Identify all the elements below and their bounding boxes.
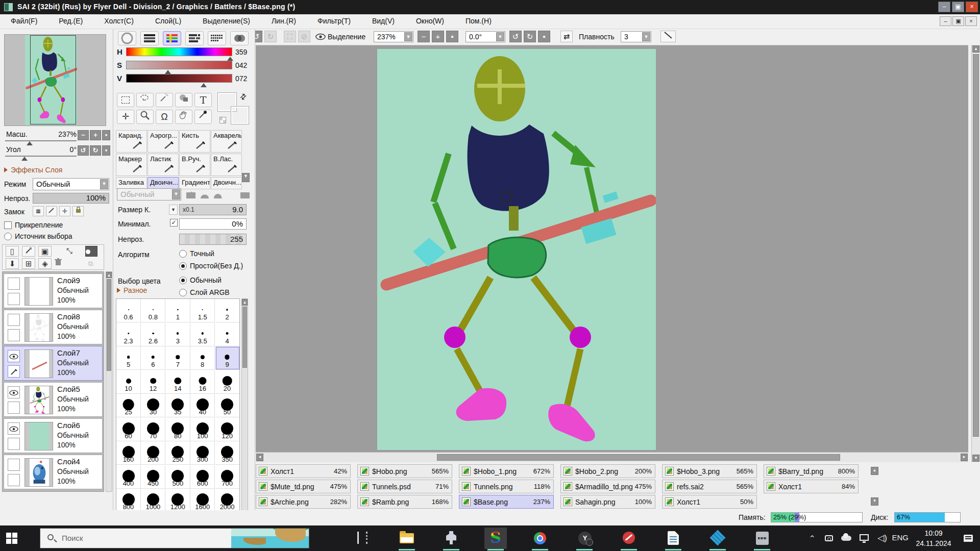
taskbar-search[interactable]: Поиск (40, 528, 309, 548)
canvas-vscrollbar[interactable]: ▴ ▾ (971, 45, 980, 462)
algorithm-precise-radio[interactable] (179, 250, 187, 258)
brush-3[interactable]: Кисть (179, 130, 210, 153)
brush-size-1600[interactable]: 1600 (190, 489, 215, 512)
rotate-view-tool[interactable]: Ω (156, 110, 173, 124)
brush-size-80[interactable]: 80 (166, 418, 190, 441)
nav-zoom-in-button[interactable]: + (90, 130, 101, 140)
selection-source-radio[interactable] (4, 233, 12, 240)
color-mixer-icon[interactable] (230, 31, 249, 45)
brush-size-400[interactable]: 400 (116, 465, 141, 489)
brush-size-50[interactable]: 50 (215, 394, 240, 417)
layer-effects-header[interactable]: Эффекты Слоя (4, 166, 62, 174)
layer-mode-dropdown-icon[interactable]: ▼ (100, 179, 108, 189)
new-sketch-layer-button[interactable] (22, 246, 35, 257)
brush-size-0.8[interactable]: 0.8 (141, 299, 165, 322)
angle-combo[interactable]: 0.0°▼ (465, 31, 505, 42)
doc-minimize-button[interactable]: – (940, 16, 951, 26)
new-layer-button[interactable]: ▯ (6, 246, 19, 257)
layer-opacity-slider[interactable]: 100% (33, 193, 109, 204)
tray-notifications-icon[interactable] (964, 535, 973, 542)
brush-11[interactable]: Градиент (179, 177, 210, 189)
hand-tool[interactable] (175, 110, 192, 124)
maximize-button[interactable]: ▣ (952, 2, 964, 12)
zoom-out-button[interactable]: − (418, 31, 430, 42)
brush-size-200[interactable]: 200 (141, 441, 165, 465)
brush-size-12[interactable]: 12 (141, 370, 165, 394)
rotate-reset-button[interactable]: ▪ (538, 31, 550, 42)
taskbar-icon-sai[interactable]: S (484, 529, 507, 548)
brush-size-20[interactable]: 20 (215, 370, 240, 394)
layer-row-Слой6[interactable]: Слой6Обычный100% (4, 418, 103, 453)
taskbar-icon-wave[interactable] (751, 529, 773, 548)
file-tab-_Hobo_3.png[interactable]: $Hobo_3.png565% (662, 464, 757, 478)
smoothing-combo[interactable]: 3▼ (621, 31, 651, 42)
canvas-document[interactable] (377, 49, 656, 450)
brush-12[interactable]: Двоичн... (211, 177, 242, 189)
brush-size-field[interactable]: x0.1 9.0 (179, 204, 247, 215)
brush-min-field[interactable]: 0% (179, 218, 247, 230)
layer-visibility-toggle[interactable] (8, 278, 20, 290)
brush-8[interactable]: В.Лас. (211, 154, 242, 176)
layer-edit-toggle[interactable] (8, 402, 20, 414)
nav-angle-slider[interactable] (5, 156, 77, 157)
color-wheel-icon[interactable] (118, 31, 136, 45)
taskbar-icon-robot[interactable] (440, 529, 462, 548)
file-tab-_Ramb.png[interactable]: $Ramb.png168% (357, 495, 452, 509)
layer-visibility-toggle[interactable] (8, 459, 20, 471)
brush-size-35[interactable]: 35 (166, 394, 190, 417)
brush-size-120[interactable]: 120 (215, 418, 240, 441)
algorithm-option-precise[interactable]: Точный (179, 249, 214, 258)
brush-size-25[interactable]: 25 (116, 394, 141, 417)
taskbar-icon-yandex[interactable]: Y (573, 529, 596, 548)
taskbar-icon-folder[interactable] (396, 529, 418, 548)
move-tool[interactable]: ✛ (117, 110, 134, 124)
zoom-dropdown-icon[interactable]: ▼ (404, 32, 412, 41)
brush-size-3.5[interactable]: 3.5 (190, 323, 215, 346)
menu-line[interactable]: Лин.(R) (261, 14, 307, 29)
brush-size-3[interactable]: 3 (166, 323, 190, 346)
eyedropper-tool[interactable] (194, 110, 212, 124)
layer-row-Слой9[interactable]: Слой9Обычный100% (4, 273, 103, 308)
brush-size-250[interactable]: 250 (166, 441, 190, 465)
layer-edit-toggle[interactable] (8, 438, 20, 450)
file-tab-_Hobo.png[interactable]: $Hobo.png565% (357, 464, 452, 478)
file-tab-_____1[interactable]: Холст150% (662, 495, 757, 509)
brush-size-unit-button[interactable]: ▼ (169, 205, 178, 215)
fill-selection-button[interactable]: ⊞ (22, 258, 35, 269)
navigator-view-rect[interactable] (30, 35, 76, 124)
clear-layer-button[interactable]: ◈ (38, 258, 52, 269)
nav-scale-slider[interactable] (5, 140, 77, 141)
brush-size-14[interactable]: 14 (166, 370, 190, 394)
brush-size-10[interactable]: 10 (116, 370, 141, 394)
brush-size-2[interactable]: 2 (215, 299, 240, 322)
nav-rotate-ccw-button[interactable]: ↺ (78, 145, 89, 156)
doc-restore-button[interactable]: ▣ (952, 16, 964, 26)
zoom-tool[interactable] (136, 110, 154, 124)
file-tab-_Armadillo_td.png[interactable]: $Armadillo_td.png475% (560, 480, 655, 493)
clip-group-checkbox[interactable] (4, 221, 12, 229)
brush-10[interactable]: Двоичн... (148, 177, 179, 189)
canvas-vscroll-thumb[interactable] (973, 54, 979, 437)
nav-zoom-out-button[interactable]: − (78, 130, 89, 140)
rgb-sliders-icon[interactable] (185, 31, 204, 45)
selection-crop-button[interactable]: ⛶ (284, 31, 296, 42)
layer-visibility-toggle[interactable] (8, 422, 20, 435)
brush-size-5[interactable]: 5 (116, 346, 141, 370)
size-scroll-up-icon[interactable]: ▴ (242, 299, 248, 306)
file-tab-Sahagin.png[interactable]: Sahagin.png100% (560, 495, 655, 509)
brush-size-800[interactable]: 800 (116, 489, 141, 512)
zoom-reset-button[interactable]: ▪ (446, 31, 458, 42)
redo-button[interactable]: ↻ (264, 31, 277, 42)
brush-4[interactable]: Акварель (211, 130, 242, 153)
start-button[interactable] (6, 533, 17, 544)
brush-1[interactable]: Каранд. (116, 130, 147, 153)
file-tab-_Base.png[interactable]: $Base.png237% (459, 495, 554, 509)
layer-row-Слой8[interactable]: Слой8Обычный100% (4, 310, 103, 344)
angle-dropdown-icon[interactable]: ▼ (496, 32, 504, 41)
layer-mode-combo[interactable]: Обычный▼ (33, 178, 109, 190)
taskbar-icon-red[interactable] (618, 529, 640, 548)
layer-visibility-toggle[interactable] (8, 386, 20, 398)
tray-network-icon[interactable] (860, 534, 869, 541)
brush-size-500[interactable]: 500 (166, 465, 190, 489)
nav-rotate-cw-button[interactable]: ↻ (90, 145, 101, 156)
